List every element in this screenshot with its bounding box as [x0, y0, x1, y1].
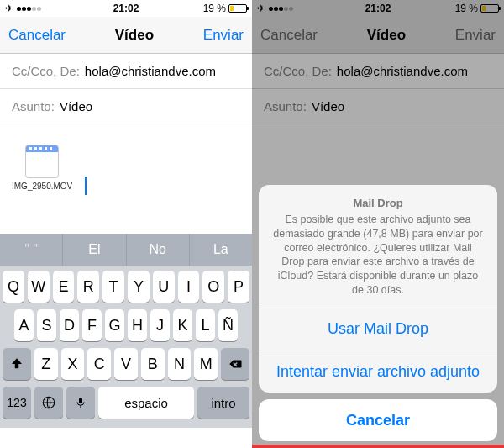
keyboard: QWERTYUIOP ASDFGHJKLÑ ZXCVBNM 123 espaci…	[0, 266, 252, 428]
sheet-header: Mail Drop Es posible que este archivo ad…	[259, 185, 497, 308]
try-send-attachment-button[interactable]: Intentar enviar archivo adjunto	[259, 350, 497, 393]
cc-from-row[interactable]: Cc/Cco, De: hola@christiandve.com	[0, 54, 252, 89]
send-button[interactable]: Enviar	[203, 27, 244, 44]
predict-option[interactable]: " "	[0, 234, 63, 266]
svg-rect-1	[79, 398, 82, 403]
key-i[interactable]: I	[178, 271, 200, 303]
sheet-cancel-button[interactable]: Cancelar	[259, 399, 497, 441]
screen-compose: ✈︎ 21:02 19 % Cancelar Vídeo Enviar Cc/C…	[0, 0, 252, 448]
key-y[interactable]: Y	[128, 271, 150, 303]
sheet-message: Es posible que este archivo adjunto sea …	[272, 213, 484, 298]
key-z[interactable]: Z	[34, 348, 58, 380]
use-mail-drop-button[interactable]: Usar Mail Drop	[259, 308, 497, 350]
key-s[interactable]: S	[37, 309, 56, 341]
key-g[interactable]: G	[105, 309, 124, 341]
space-key[interactable]: espacio	[98, 387, 194, 419]
key-ñ[interactable]: Ñ	[218, 309, 238, 341]
nav-bar: Cancelar Vídeo Enviar	[0, 17, 252, 54]
text-cursor	[85, 177, 87, 195]
key-row: ASDFGHJKLÑ	[3, 309, 249, 341]
mic-icon	[74, 396, 87, 409]
shift-key[interactable]	[3, 348, 31, 380]
dictation-key[interactable]	[66, 387, 95, 419]
globe-icon	[41, 395, 56, 410]
screen-maildrop-sheet: ✈︎ 21:02 19 % Cancelar Vídeo Enviar Cc/C…	[252, 0, 504, 448]
status-bar: ✈︎ 21:02 19 %	[0, 0, 252, 17]
shift-icon	[9, 356, 24, 372]
numbers-key[interactable]: 123	[3, 387, 31, 419]
globe-key[interactable]	[34, 387, 63, 419]
video-file-icon	[25, 145, 59, 178]
key-l[interactable]: L	[196, 309, 215, 341]
attachment-name: IMG_2950.MOV	[12, 182, 72, 191]
subject-row[interactable]: Asunto: Vídeo	[0, 89, 252, 124]
key-j[interactable]: J	[150, 309, 170, 341]
key-row: ZXCVBNM	[3, 348, 249, 380]
return-key[interactable]: intro	[197, 387, 249, 419]
key-k[interactable]: K	[173, 309, 192, 341]
key-q[interactable]: Q	[3, 271, 24, 303]
key-c[interactable]: C	[87, 348, 111, 380]
key-u[interactable]: U	[153, 271, 175, 303]
key-h[interactable]: H	[128, 309, 147, 341]
key-p[interactable]: P	[228, 271, 249, 303]
sheet-title: Mail Drop	[272, 197, 484, 209]
nav-title: Vídeo	[115, 27, 154, 44]
key-d[interactable]: D	[60, 309, 79, 341]
action-sheet: Mail Drop Es posible que este archivo ad…	[259, 185, 497, 441]
subject-value: Vídeo	[60, 99, 92, 113]
key-x[interactable]: X	[61, 348, 85, 380]
key-v[interactable]: V	[114, 348, 138, 380]
key-row: 123 espacio intro	[3, 387, 249, 419]
key-r[interactable]: R	[77, 271, 99, 303]
from-value: hola@christiandve.com	[85, 64, 216, 78]
subject-label: Asunto:	[12, 99, 55, 113]
compose-body[interactable]: IMG_2950.MOV	[0, 124, 252, 234]
key-b[interactable]: B	[141, 348, 165, 380]
predict-option[interactable]: El	[63, 234, 126, 266]
predictive-bar: " " El No La	[0, 234, 252, 266]
key-o[interactable]: O	[202, 271, 224, 303]
status-time: 21:02	[0, 3, 252, 14]
predict-option[interactable]: No	[127, 234, 190, 266]
predict-option[interactable]: La	[190, 234, 252, 266]
key-t[interactable]: T	[102, 271, 124, 303]
key-e[interactable]: E	[53, 271, 75, 303]
cancel-button[interactable]: Cancelar	[8, 27, 66, 44]
key-w[interactable]: W	[28, 271, 50, 303]
backspace-icon	[228, 356, 243, 372]
key-n[interactable]: N	[168, 348, 192, 380]
battery-icon	[228, 4, 247, 13]
key-row: QWERTYUIOP	[3, 271, 249, 303]
cc-label: Cc/Cco, De:	[12, 64, 80, 78]
bottom-accent-bar	[252, 445, 504, 448]
key-a[interactable]: A	[14, 309, 34, 341]
attachment[interactable]: IMG_2950.MOV	[12, 145, 72, 191]
key-m[interactable]: M	[194, 348, 218, 380]
backspace-key[interactable]	[221, 348, 249, 380]
key-f[interactable]: F	[82, 309, 102, 341]
